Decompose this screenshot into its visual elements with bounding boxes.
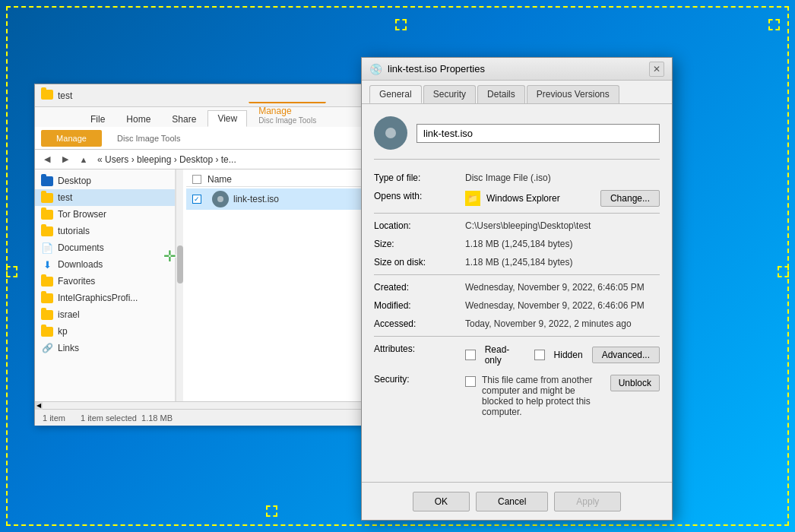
manage-button[interactable]: Manage — [41, 130, 102, 147]
sidebar-item-downloads[interactable]: ⬇ Downloads — [35, 256, 175, 273]
folder-icon — [41, 225, 53, 237]
up-btn[interactable]: ▲ — [76, 152, 91, 167]
tab-home[interactable]: Home — [116, 111, 160, 127]
sidebar-scrollbar-thumb — [177, 245, 183, 283]
unblock-checkbox[interactable] — [465, 376, 476, 387]
explorer-window: test ─ □ ✕ File Home Share View Manage D… — [34, 84, 414, 426]
hidden-label: Hidden — [554, 350, 583, 360]
forward-btn[interactable]: ▶ — [58, 152, 73, 167]
advanced-button[interactable]: Advanced... — [592, 347, 660, 363]
sidebar-label: IntelGraphicsProfi... — [58, 293, 138, 303]
dialog-title-icon: 💿 — [369, 63, 382, 75]
sidebar-item-tor-browser[interactable]: Tor Browser — [35, 206, 175, 223]
horizontal-scrollbar[interactable]: ◀ ▶ — [35, 401, 413, 409]
type-value: Disc Image File (.iso) — [465, 169, 660, 187]
tab-security[interactable]: Security — [423, 85, 476, 103]
sidebar-label: kp — [58, 326, 68, 337]
sidebar-label: Tor Browser — [58, 209, 106, 220]
file-tree-sidebar: Desktop test Tor Browser — [35, 169, 176, 401]
sidebar-item-kp[interactable]: kp — [35, 323, 175, 340]
sidebar-label: israel — [58, 309, 80, 320]
selected-info: 1 item selected 1.18 MB — [81, 413, 173, 423]
dialog-close-btn[interactable]: ✕ — [649, 62, 664, 77]
unblock-button[interactable]: Unblock — [610, 375, 660, 391]
readonly-label: Read-only — [485, 344, 525, 366]
back-btn[interactable]: ◀ — [40, 152, 55, 167]
location-label: Location: — [374, 217, 465, 235]
dialog-title: link-test.iso Properties — [388, 63, 643, 74]
sidebar-label: Documents — [58, 242, 104, 253]
cancel-button[interactable]: Cancel — [476, 492, 548, 511]
readonly-checkbox[interactable] — [465, 350, 476, 360]
sidebar-label: test — [58, 192, 72, 203]
large-file-icon — [374, 116, 407, 150]
sidebar-item-tutorials[interactable]: tutorials — [35, 223, 175, 239]
opens-with-value: Windows Explorer — [486, 193, 594, 204]
explorer-titlebar: test ─ □ ✕ — [35, 84, 413, 107]
sidebar-label: Desktop — [58, 176, 91, 186]
created-label: Created: — [374, 278, 465, 296]
explorer-title-icon — [41, 90, 53, 102]
file-info-section — [374, 116, 660, 160]
tab-previous-versions[interactable]: Previous Versions — [527, 85, 619, 103]
header-checkbox[interactable] — [192, 175, 201, 184]
size-label: Size: — [374, 235, 465, 253]
tab-details[interactable]: Details — [477, 85, 525, 103]
sidebar-item-test[interactable]: test — [35, 189, 175, 206]
sidebar-scrollbar[interactable] — [176, 169, 183, 401]
change-button[interactable]: Change... — [600, 190, 660, 207]
hscroll-track — [43, 403, 406, 409]
tab-file[interactable]: File — [81, 111, 115, 127]
windows-explorer-icon: 📁 — [465, 191, 480, 206]
dialog-titlebar: 💿 link-test.iso Properties ✕ — [362, 58, 672, 81]
scroll-left-btn[interactable]: ◀ — [35, 402, 43, 410]
tab-manage[interactable]: Manage Disc Image Tools — [249, 102, 326, 127]
security-label: Security: — [374, 370, 465, 422]
links-icon: 🔗 — [41, 342, 53, 354]
file-name-input[interactable] — [417, 124, 660, 143]
address-path[interactable]: « Users › bleeping › Desktop › te... — [94, 154, 391, 165]
explorer-body: Desktop test Tor Browser — [35, 169, 413, 401]
check-header — [192, 175, 207, 184]
sidebar-label: tutorials — [58, 226, 90, 236]
security-text: This file came from another computer and… — [482, 375, 604, 417]
ribbon-content: Manage Disc Image Tools — [35, 127, 413, 150]
ribbon: File Home Share View Manage Disc Image T… — [35, 107, 413, 150]
status-bar: 1 item 1 item selected 1.18 MB ▦ ≡ — [35, 409, 413, 426]
sidebar-label: Links — [58, 343, 79, 353]
address-bar: ◀ ▶ ▲ « Users › bleeping › Desktop › te.… — [35, 150, 413, 169]
file-name-label: link-test.iso — [233, 194, 279, 204]
hidden-checkbox[interactable] — [534, 350, 545, 360]
apply-button[interactable]: Apply — [554, 492, 621, 511]
created-value: Wednesday, November 9, 2022, 6:46:05 PM — [465, 278, 660, 296]
tab-general[interactable]: General — [369, 85, 422, 103]
sidebar-item-favorites[interactable]: Favorites — [35, 273, 175, 290]
sidebar-item-intel[interactable]: IntelGraphicsProfi... — [35, 290, 175, 306]
sidebar-item-documents[interactable]: 📄 Documents — [35, 239, 175, 256]
folder-icon — [41, 325, 53, 337]
folder-icon — [41, 208, 53, 220]
properties-dialog: 💿 link-test.iso Properties ✕ General Sec… — [361, 57, 673, 521]
sidebar-item-links[interactable]: 🔗 Links — [35, 340, 175, 356]
properties-grid: Type of file: Disc Image File (.iso) Ope… — [374, 169, 660, 422]
row-checkbox[interactable]: ✓ — [192, 195, 201, 204]
sidebar-item-desktop[interactable]: Desktop — [35, 173, 175, 189]
name-column-header: Name — [207, 174, 232, 185]
attributes-row: Read-only Hidden Advanced... — [465, 340, 660, 370]
sidebar-label: Favorites — [58, 276, 95, 287]
ok-button[interactable]: OK — [413, 492, 470, 511]
tab-share[interactable]: Share — [162, 111, 206, 127]
divider-2 — [374, 274, 660, 275]
attributes-label: Attributes: — [374, 340, 465, 370]
tab-view[interactable]: View — [207, 110, 247, 127]
size-value: 1.18 MB (1,245,184 bytes) — [465, 235, 660, 253]
opens-label: Opens with: — [374, 187, 465, 210]
ribbon-tabs: File Home Share View Manage Disc Image T… — [35, 107, 413, 127]
item-count: 1 item — [43, 413, 65, 423]
accessed-label: Accessed: — [374, 315, 465, 333]
explorer-title: test — [58, 90, 353, 101]
document-icon: 📄 — [41, 242, 53, 254]
sidebar-item-israel[interactable]: israel — [35, 306, 175, 323]
dialog-content: Type of file: Disc Image File (.iso) Ope… — [362, 103, 672, 440]
folder-icon — [41, 192, 53, 204]
